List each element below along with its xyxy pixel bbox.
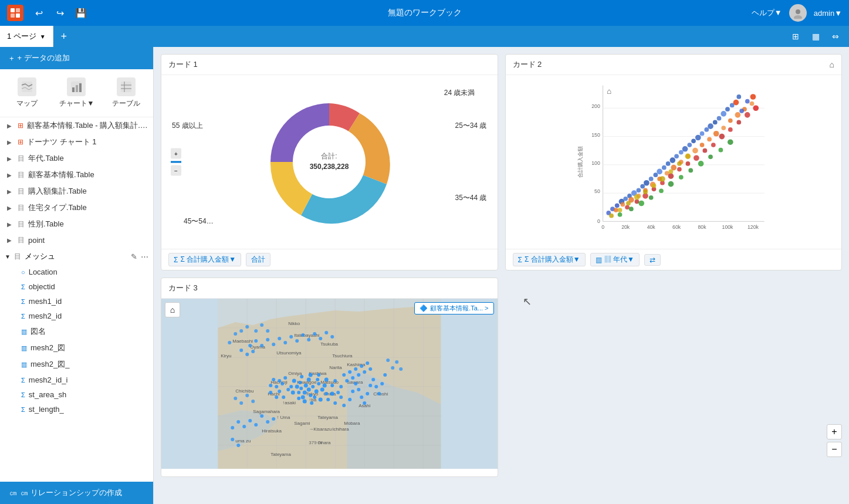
svg-text:50: 50: [594, 188, 600, 194]
sidebar-item-7[interactable]: ▶ 目 point: [0, 232, 153, 248]
svg-point-202: [291, 391, 295, 395]
svg-text:120k: 120k: [747, 224, 759, 230]
svg-point-245: [301, 333, 305, 337]
card2-badge1-label: Σ 合計購入金額▼: [525, 255, 580, 265]
label-45-54: 45〜54…: [184, 217, 214, 226]
split-button[interactable]: ⇔: [827, 28, 844, 45]
svg-point-104: [628, 207, 633, 211]
expand-icon-5: ▶: [7, 205, 14, 211]
sidebar-item-5[interactable]: ▶ 目 住宅タイプ.Table: [0, 199, 153, 216]
layout-button[interactable]: ▦: [807, 28, 824, 45]
username-label[interactable]: admin▼: [814, 9, 842, 18]
map-home-button[interactable]: ⌂: [165, 302, 180, 317]
expand-icon-7: ▶: [7, 237, 14, 243]
svg-point-242: [283, 341, 287, 344]
mesh2zu--label: mesh2_図_: [31, 359, 148, 370]
mesh-sub-mesh2id[interactable]: Σ mesh2_id: [0, 309, 153, 323]
redo-button[interactable]: ↪: [52, 5, 68, 21]
svg-point-188: [320, 388, 324, 392]
svg-point-180: [307, 388, 311, 392]
grid-view-button[interactable]: ⊞: [787, 28, 804, 45]
sidebar-item-6[interactable]: ▶ 目 性別.Table: [0, 216, 153, 232]
card2-badge1[interactable]: Σ Σ 合計購入金額▼: [513, 253, 586, 266]
sidebar-item-4[interactable]: ▶ 目 購入額集計.Table: [0, 183, 153, 199]
svg-point-100: [736, 120, 741, 125]
svg-point-217: [278, 379, 281, 383]
svg-point-222: [282, 395, 285, 399]
svg-text:Kiryu: Kiryu: [221, 353, 231, 358]
donut-zoom-in[interactable]: +: [171, 148, 181, 159]
mesh-edit-icon[interactable]: ✎: [131, 252, 137, 261]
table-tool-label: テーブル: [112, 99, 140, 109]
mesh-section-header[interactable]: ▼ 目 メッシュ ✎ ⋯: [0, 248, 153, 265]
card-3-body: Chichibu Kiryu Oyama Utsunomiya Itatebay…: [161, 299, 498, 469]
chart-tool[interactable]: チャート▼: [54, 74, 99, 112]
svg-point-288: [239, 401, 243, 405]
svg-point-225: [336, 391, 340, 394]
map-view[interactable]: Chichibu Kiryu Oyama Utsunomiya Itatebay…: [161, 299, 498, 469]
undo-button[interactable]: ↩: [31, 5, 47, 21]
sidebar-item-3[interactable]: ▶ 目 顧客基本情報.Table: [0, 167, 153, 183]
svg-point-81: [713, 131, 719, 137]
svg-point-285: [260, 323, 263, 327]
svg-point-207: [317, 373, 320, 377]
card-1-body: 合計: 350,238,228 24 歳未満 25〜34 歳 35〜44 歳 4…: [161, 75, 498, 249]
mesh-sub-stlength[interactable]: Σ st_length_: [0, 402, 153, 417]
mesh2zu-icon: ▥: [21, 344, 27, 352]
mesh-label: メッシュ: [25, 251, 127, 262]
add-data-plus: +: [9, 54, 14, 63]
svg-point-246: [307, 338, 310, 341]
svg-text:合計購入金額: 合計購入金額: [577, 146, 583, 178]
svg-point-45: [640, 184, 645, 189]
map-tool[interactable]: マップ: [5, 74, 49, 112]
page-tab[interactable]: 1 ページ ▼: [0, 26, 53, 47]
svg-point-272: [363, 401, 366, 405]
map-layer-button[interactable]: 🔷 顧客基本情報.Ta... >: [414, 302, 493, 314]
save-button[interactable]: 💾: [73, 5, 89, 21]
mesh-sub-mesh2zu-[interactable]: ▥ mesh2_図_: [0, 356, 153, 373]
add-data-button[interactable]: + + データの追加: [0, 47, 153, 69]
mesh-sub-mesh1id[interactable]: Σ mesh1_id: [0, 294, 153, 309]
sidebar-item-1[interactable]: ▶ ⊞ ドーナツ チャート 1: [0, 134, 153, 150]
card-2-header: カード 2 ⌂: [506, 55, 842, 75]
card2-badge3[interactable]: ⇄: [644, 254, 661, 266]
donut-zoom-out[interactable]: −: [171, 165, 181, 176]
item-label-6: 性別.Table: [28, 219, 148, 229]
mesh-sub-mesh2idi[interactable]: Σ mesh2_id_i: [0, 373, 153, 387]
table-tool-icon: [117, 77, 136, 96]
mesh-sub-starea[interactable]: Σ st_area_sh: [0, 387, 153, 402]
objectid-label: objectid: [29, 282, 148, 291]
create-relation-button[interactable]: ㎝ ㎝ リレーションシップの作成: [0, 482, 153, 504]
svg-point-215: [278, 390, 281, 393]
mesh-sub-mesh2zu[interactable]: ▥ mesh2_図: [0, 340, 153, 356]
help-link[interactable]: ヘルプ▼: [752, 8, 782, 18]
svg-point-214: [286, 388, 290, 391]
card-2-home-icon[interactable]: ⌂: [830, 60, 834, 69]
mesh-sub-objectid[interactable]: Σ objectid: [0, 279, 153, 294]
mesh2zu-label: mesh2_図: [31, 343, 148, 353]
zoom-in-button[interactable]: +: [827, 424, 842, 439]
svg-point-197: [324, 392, 328, 395]
card1-badge2[interactable]: 合計: [246, 253, 270, 266]
map-layer-icon: 🔷: [420, 305, 428, 312]
mesh-more-icon[interactable]: ⋯: [141, 252, 148, 261]
card1-badge1[interactable]: Σ Σ 合計購入金額▼: [168, 253, 241, 266]
sidebar-item-2[interactable]: ▶ 目 年代.Table: [0, 150, 153, 167]
sidebar-item-0[interactable]: ▶ ⊞ 顧客基本情報.Table - 購入額集計.Ta...: [0, 117, 153, 134]
zoom-out-button[interactable]: −: [827, 442, 842, 457]
table-tool[interactable]: テーブル: [104, 74, 148, 112]
item-type-icon-2: 目: [18, 154, 25, 164]
add-page-button[interactable]: +: [53, 26, 75, 47]
svg-point-105: [638, 201, 644, 207]
mesh-sub-location[interactable]: ○ Location: [0, 265, 153, 279]
content-area: カード 1: [154, 47, 849, 504]
svg-point-58: [695, 135, 701, 141]
svg-point-4: [796, 9, 800, 14]
svg-rect-2: [11, 13, 15, 18]
mesh-sub-zu[interactable]: ▥ 図名: [0, 323, 153, 340]
svg-point-203: [289, 385, 293, 388]
card-2: カード 2 ⌂ 合計購入金額 0 50 100 150: [505, 54, 843, 270]
card2-badge2[interactable]: ▥ ▥ 年代▼: [590, 253, 640, 266]
svg-point-192: [295, 385, 299, 389]
card-1-title: カード 1: [168, 59, 198, 70]
